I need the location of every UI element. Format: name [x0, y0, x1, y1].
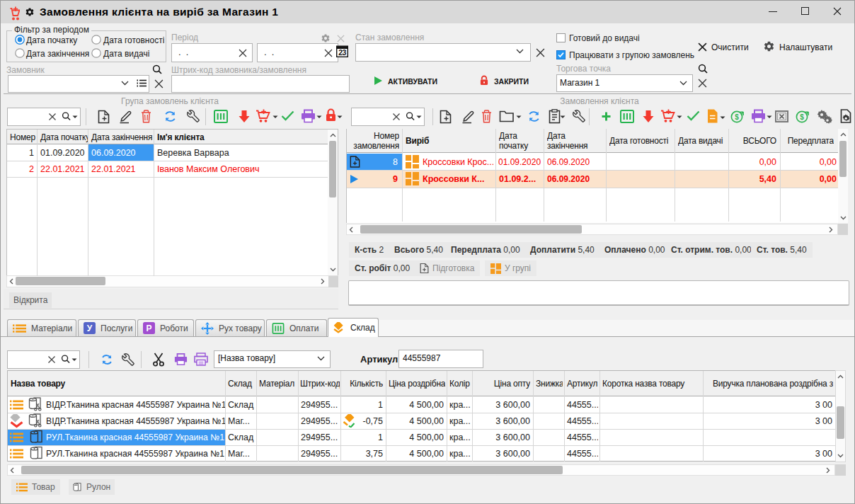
svg-text:$: $ [735, 113, 739, 121]
svg-text:$: $ [800, 113, 804, 121]
svg-text:Р: Р [146, 323, 151, 333]
svg-text:У: У [87, 323, 93, 333]
svg-text:23: 23 [338, 48, 346, 57]
